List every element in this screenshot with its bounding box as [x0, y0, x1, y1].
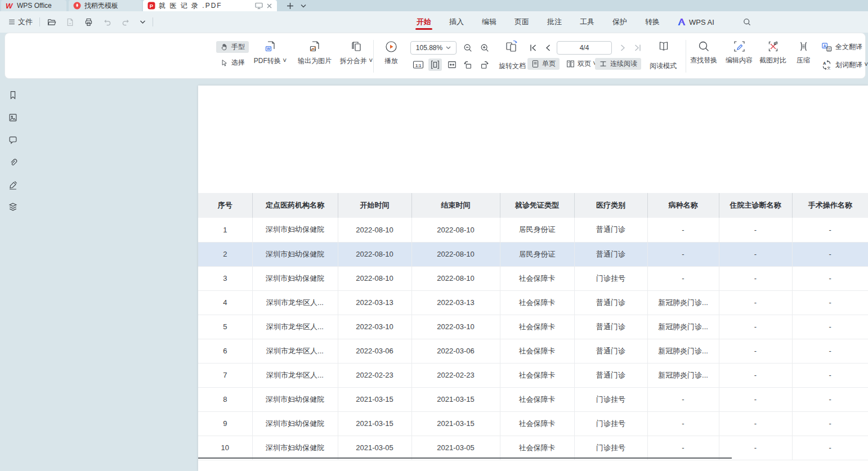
zoom-level-select[interactable]: 105.88% [410, 41, 457, 55]
table-cell: 社会保障卡 [500, 436, 574, 460]
full-translate-button[interactable]: A字 全文翻译 [821, 42, 862, 52]
read-mode-label[interactable]: 阅读模式 [644, 61, 682, 71]
signature-panel-button[interactable] [7, 179, 19, 191]
table-cell: 5 [198, 315, 252, 339]
column-header: 定点医药机构名称 [252, 193, 338, 218]
table-cell: 新冠肺炎门诊... [647, 363, 719, 387]
export-image-button[interactable]: 输出为图片 [293, 40, 336, 66]
rotate-right-button[interactable] [478, 59, 491, 71]
play-label: 播放 [384, 56, 398, 66]
menu-insert[interactable]: 插入 [447, 12, 466, 32]
find-replace-button[interactable]: 查找替换 [688, 40, 719, 65]
pdf-convert-label: PDF转换 ˅ [254, 56, 287, 66]
continuous-reading-button[interactable]: 连续阅读 [595, 58, 641, 70]
bookmarks-panel-button[interactable] [7, 89, 19, 101]
tab-docer-templates[interactable]: 找稻壳模板 [69, 0, 142, 11]
actual-size-button[interactable]: 1:1 [411, 59, 425, 71]
toolbar-divider [153, 17, 153, 26]
read-mode-button[interactable] [657, 40, 670, 52]
menu-page[interactable]: 页面 [512, 12, 531, 32]
page-indicator-input[interactable]: 4/4 [557, 41, 612, 55]
fit-width-button[interactable] [428, 59, 442, 71]
next-page-button[interactable] [616, 42, 630, 54]
new-tab-button[interactable] [285, 1, 295, 11]
file-menu-button[interactable]: 文件 [6, 15, 35, 29]
folder-open-icon [47, 17, 56, 27]
compress-button[interactable]: 压缩 [789, 40, 817, 65]
table-cell: - [647, 266, 719, 290]
fit-page-button[interactable] [445, 59, 459, 71]
open-file-button[interactable] [44, 16, 59, 29]
rotate-doc-label[interactable]: 旋转文档 [492, 61, 533, 71]
tab-document-pdf[interactable]: P 就 医 记 录 .PDF [143, 0, 277, 11]
rotate-pages-button[interactable] [504, 40, 520, 52]
undo-icon [102, 17, 112, 27]
split-merge-button[interactable]: 拆分合并 ˅ [336, 40, 377, 66]
chevron-down-icon [446, 46, 451, 50]
menu-start[interactable]: 开始 [414, 12, 433, 32]
table-row: 9深圳市妇幼保健院2021-03-152021-03-15社会保障卡门诊挂号--… [198, 411, 868, 436]
save-button[interactable] [63, 16, 77, 29]
thumbnails-panel-button[interactable] [7, 111, 19, 124]
table-cell: 社会保障卡 [500, 387, 574, 411]
table-cell: - [719, 339, 792, 363]
svg-text:P: P [150, 3, 154, 9]
ribbon-divider [686, 40, 686, 73]
print-button[interactable] [82, 16, 96, 29]
rotate-left-button[interactable] [461, 59, 475, 71]
rotate-right-icon [480, 60, 490, 70]
column-header: 开始时间 [338, 193, 411, 218]
zoom-out-button[interactable] [461, 42, 475, 54]
single-page-button[interactable]: 单页 [527, 58, 560, 70]
layers-panel-button[interactable] [7, 201, 19, 213]
menu-items: 开始 插入 编辑 页面 批注 工具 保护 转换 [414, 11, 662, 33]
ribbon-toolbar: 手型 选择 W PDF转换 ˅ 输出为图片 拆分合并 ˅ 播放 105.88% … [5, 33, 866, 79]
play-icon [384, 40, 398, 53]
menu-protect[interactable]: 保护 [610, 12, 629, 32]
table-cell: 2022-03-13 [411, 290, 500, 315]
select-tool-button[interactable]: 选择 [216, 57, 249, 69]
menu-tools[interactable]: 工具 [578, 12, 597, 32]
table-cell: 深圳市妇幼保健院 [252, 436, 338, 460]
zoom-in-button[interactable] [478, 42, 491, 54]
continuous-reading-icon [599, 60, 607, 68]
table-cell: 7 [198, 363, 252, 387]
zoom-in-icon [480, 43, 490, 53]
table-cell: 6 [198, 339, 252, 363]
table-row: 3深圳市妇幼保健院2022-08-102022-08-10社会保障卡门诊挂号--… [198, 266, 868, 290]
close-tab-icon[interactable] [266, 3, 272, 9]
table-cell: 深圳市龙华区人... [252, 290, 338, 315]
next-page-icon [619, 43, 627, 52]
tab-label: WPS Office [17, 2, 52, 10]
present-to-screen-icon[interactable] [255, 2, 263, 10]
word-translate-button[interactable]: A文 划词翻译 ˅ [821, 60, 868, 70]
svg-text:文: 文 [827, 66, 831, 70]
comments-panel-button[interactable] [7, 134, 19, 146]
first-page-button[interactable] [526, 42, 540, 54]
save-icon [65, 17, 75, 27]
play-button[interactable]: 播放 [379, 40, 404, 66]
global-search-button[interactable] [742, 17, 751, 26]
undo-button[interactable] [100, 16, 114, 29]
table-cell: 2022-08-10 [411, 266, 500, 290]
last-page-button[interactable] [631, 42, 645, 54]
menu-edit[interactable]: 编辑 [480, 12, 499, 32]
menu-convert[interactable]: 转换 [643, 12, 662, 32]
full-translate-icon: A字 [821, 42, 832, 52]
tab-list-chevron-icon[interactable] [298, 1, 308, 11]
table-cell: 普通门诊 [574, 339, 647, 363]
screenshot-compare-button[interactable]: 截图对比 [757, 40, 789, 65]
zoom-level-value: 105.88% [416, 44, 442, 52]
svg-text:W: W [267, 47, 271, 51]
wps-ai-button[interactable]: WPS AI [677, 18, 714, 26]
prev-page-button[interactable] [541, 42, 554, 54]
pdf-convert-button[interactable]: W PDF转换 ˅ [249, 40, 292, 66]
redo-button[interactable] [119, 16, 133, 29]
menu-comment[interactable]: 批注 [545, 12, 564, 32]
edit-content-button[interactable]: 编辑内容 [723, 40, 755, 65]
tab-label: 就 医 记 录 .PDF [159, 1, 222, 11]
more-commands-chevron-icon[interactable] [137, 18, 148, 26]
hand-tool-button[interactable]: 手型 [216, 41, 249, 53]
tab-wps-office[interactable]: W WPS Office [1, 0, 66, 11]
attachments-panel-button[interactable] [7, 156, 19, 169]
